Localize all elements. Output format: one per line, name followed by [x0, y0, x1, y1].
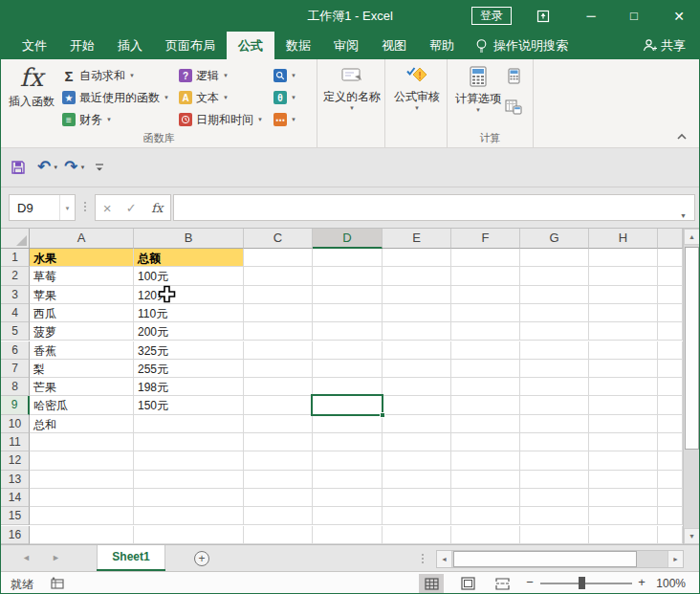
macro-record-icon[interactable]: [51, 577, 64, 589]
cell-B15[interactable]: [134, 507, 244, 525]
cell-F10[interactable]: [451, 415, 520, 433]
cell-F8[interactable]: [451, 378, 520, 396]
zoom-slider-thumb[interactable]: [579, 577, 585, 589]
cell-C5[interactable]: [244, 322, 313, 341]
column-header-A[interactable]: A: [30, 229, 134, 249]
cell-G3[interactable]: [520, 286, 589, 304]
cell-H4[interactable]: [589, 304, 658, 322]
cell-D5[interactable]: [313, 322, 383, 341]
cell-B12[interactable]: [134, 451, 244, 470]
cell-H13[interactable]: [589, 471, 658, 489]
scroll-left-icon[interactable]: ◄: [437, 551, 452, 567]
cell-D6[interactable]: [313, 341, 383, 360]
scroll-right-icon[interactable]: ►: [667, 551, 683, 567]
cell-A10[interactable]: 总和: [30, 415, 134, 433]
cell-H6[interactable]: [589, 341, 658, 360]
ribbon-display-options-icon[interactable]: [527, 0, 559, 32]
row-header-14[interactable]: 14: [1, 489, 30, 507]
cell-partial5[interactable]: [658, 322, 683, 341]
cell-G9[interactable]: [520, 396, 589, 414]
cell-B11[interactable]: [134, 433, 244, 451]
cell-E1[interactable]: [383, 249, 451, 267]
cell-D10[interactable]: [313, 415, 383, 433]
cell-C13[interactable]: [244, 471, 313, 489]
cell-C4[interactable]: [244, 304, 313, 322]
cell-D1[interactable]: [313, 249, 383, 267]
cell-H9[interactable]: [589, 396, 658, 414]
row-header-4[interactable]: 4: [1, 304, 30, 322]
cell-D7[interactable]: [313, 360, 383, 378]
cell-E5[interactable]: [383, 322, 451, 341]
fn-button-4[interactable]: A文本▼: [179, 88, 229, 107]
cell-G7[interactable]: [520, 360, 589, 378]
row-header-10[interactable]: 10: [1, 415, 30, 433]
cell-A15[interactable]: [30, 507, 134, 525]
cell-C12[interactable]: [244, 451, 313, 470]
fn-button-1[interactable]: ★最近使用的函数▼: [62, 88, 169, 107]
fn-button-2[interactable]: ≡财务▼: [62, 110, 112, 129]
cell-partial14[interactable]: [658, 489, 683, 507]
cell-G12[interactable]: [520, 451, 589, 470]
ribbon-tab-file[interactable]: 文件: [11, 32, 58, 59]
zoom-in-icon[interactable]: +: [635, 575, 648, 589]
column-header-H[interactable]: H: [589, 229, 658, 249]
cell-B5[interactable]: 200元: [134, 322, 244, 341]
cancel-icon[interactable]: ×: [103, 200, 112, 216]
cell-H5[interactable]: [589, 322, 658, 341]
cell-C6[interactable]: [244, 341, 313, 360]
cell-H12[interactable]: [589, 451, 658, 470]
cell-partial2[interactable]: [658, 267, 683, 285]
sheet-tab-sheet1[interactable]: Sheet1: [97, 545, 165, 569]
ribbon-tab-7[interactable]: 视图: [370, 32, 418, 59]
chevron-down-icon[interactable]: ▼: [59, 195, 75, 220]
cell-C11[interactable]: [244, 433, 313, 451]
cell-partial6[interactable]: [658, 341, 683, 360]
row-header-8[interactable]: 8: [1, 378, 30, 396]
cell-G8[interactable]: [520, 378, 589, 396]
lookup-reference-button[interactable]: ▼: [273, 66, 296, 85]
cell-A16[interactable]: [30, 526, 134, 544]
scroll-up-icon[interactable]: ▲: [684, 229, 700, 245]
cell-A14[interactable]: [30, 489, 134, 507]
cell-partial3[interactable]: [658, 286, 683, 304]
view-page-break-button[interactable]: [490, 574, 514, 593]
cell-C8[interactable]: [244, 378, 313, 396]
cell-D11[interactable]: [313, 433, 383, 451]
ribbon-tab-6[interactable]: 审阅: [322, 32, 370, 59]
cell-E6[interactable]: [383, 341, 451, 360]
minimize-button[interactable]: ─: [575, 0, 607, 32]
cell-F4[interactable]: [451, 304, 520, 322]
cell-E7[interactable]: [383, 360, 451, 378]
zoom-slider-track[interactable]: [540, 583, 632, 584]
row-header-5[interactable]: 5: [1, 322, 30, 341]
cell-F2[interactable]: [451, 267, 520, 285]
ribbon-tab-1[interactable]: 开始: [58, 32, 106, 59]
cell-A6[interactable]: 香蕉: [30, 341, 134, 360]
cell-D4[interactable]: [313, 304, 383, 322]
cell-B13[interactable]: [134, 471, 244, 489]
column-header-partial[interactable]: [658, 229, 683, 249]
redo-button[interactable]: ↷▼: [64, 160, 85, 175]
cell-F11[interactable]: [451, 433, 520, 451]
cell-B8[interactable]: 198元: [134, 378, 244, 396]
row-header-7[interactable]: 7: [1, 360, 30, 378]
cell-H3[interactable]: [589, 286, 658, 304]
cell-D12[interactable]: [313, 451, 383, 470]
ribbon-tab-4[interactable]: 公式: [227, 32, 274, 59]
row-header-12[interactable]: 12: [1, 451, 30, 470]
row-header-6[interactable]: 6: [1, 341, 30, 360]
cell-B14[interactable]: [134, 489, 244, 507]
cell-A3[interactable]: 苹果: [30, 286, 134, 304]
cell-E12[interactable]: [383, 451, 451, 470]
formula-input[interactable]: ▼: [173, 194, 695, 221]
cell-B3[interactable]: 120元: [134, 286, 244, 304]
save-icon[interactable]: [11, 160, 26, 175]
calculate-sheet-button[interactable]: [505, 99, 522, 115]
cell-C1[interactable]: [244, 249, 313, 267]
cell-C7[interactable]: [244, 360, 313, 378]
row-header-16[interactable]: 16: [1, 526, 30, 544]
cell-G16[interactable]: [520, 526, 589, 544]
ribbon-tab-5[interactable]: 数据: [274, 32, 322, 59]
cell-partial8[interactable]: [658, 378, 683, 396]
cell-partial16[interactable]: [658, 526, 683, 544]
